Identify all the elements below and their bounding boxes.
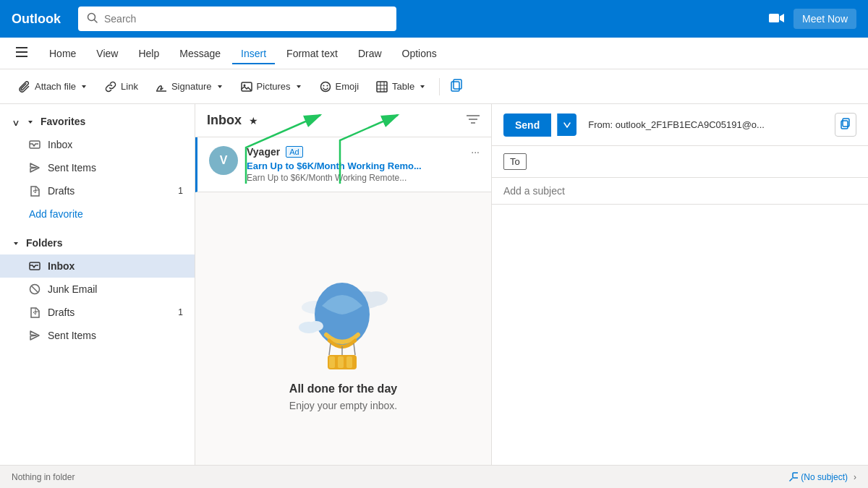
to-input[interactable]	[535, 156, 856, 168]
svg-rect-34	[329, 356, 335, 368]
toolbar-separator	[439, 78, 440, 95]
compose-body[interactable]	[492, 205, 868, 488]
email-list-pane: Inbox ★ V Vyager Ad ··· Earn	[195, 104, 492, 488]
video-icon	[769, 12, 785, 26]
email-sender-row: Vyager Ad ···	[247, 146, 480, 158]
menu-help[interactable]: Help	[129, 43, 168, 64]
sidebar-folders-drafts[interactable]: Drafts 1	[0, 301, 195, 324]
menu-draw[interactable]: Draw	[349, 43, 391, 64]
svg-rect-36	[346, 356, 352, 368]
sidebar-inbox[interactable]: Inbox	[0, 133, 195, 156]
topbar-right: Meet Now	[769, 9, 856, 29]
email-content: Vyager Ad ··· Earn Up to $6K/Month Worki…	[247, 146, 480, 183]
hamburger-button[interactable]	[12, 43, 32, 64]
pictures-button[interactable]: Pictures	[234, 77, 310, 97]
table-button[interactable]: Table	[369, 77, 433, 97]
svg-line-32	[354, 343, 355, 355]
star-icon[interactable]: ★	[249, 115, 258, 127]
svg-rect-4	[16, 51, 27, 53]
send-button[interactable]: Send	[503, 114, 551, 137]
svg-line-30	[329, 343, 331, 355]
svg-point-8	[243, 84, 245, 86]
empty-inbox: All done for the day Enjoy your empty in…	[195, 192, 491, 488]
sidebar-junk-email[interactable]: Junk Email	[0, 278, 195, 301]
svg-point-27	[365, 291, 388, 306]
svg-line-1	[95, 20, 98, 22]
menubar: Home View Help Message Insert Format tex…	[0, 38, 868, 69]
compose-copy-button[interactable]	[835, 113, 856, 137]
menu-view[interactable]: View	[88, 43, 127, 64]
main-content: Favorites Inbox Sent Items Drafts 1 Add …	[0, 104, 868, 488]
menu-options[interactable]: Options	[393, 43, 446, 64]
drafts-badge: 1	[178, 186, 183, 196]
menu-message[interactable]: Message	[171, 43, 229, 64]
svg-rect-2	[769, 14, 779, 22]
app-logo: Outlook	[12, 12, 61, 27]
menu-format-text[interactable]: Format text	[278, 43, 346, 64]
no-subject-status[interactable]: (No subject) ›	[788, 472, 856, 482]
topbar: Outlook Meet Now	[0, 0, 868, 38]
subject-input[interactable]	[503, 185, 856, 197]
email-preview: Earn Up to $6K/Month Working Remote...	[247, 173, 480, 183]
email-more-options[interactable]: ···	[471, 146, 480, 158]
folders-drafts-badge: 1	[178, 307, 183, 317]
svg-rect-3	[16, 47, 27, 48]
send-dropdown-button[interactable]	[557, 114, 576, 136]
inbox-title: Inbox	[207, 113, 242, 128]
toolbar: Attach file Link Signature Pictures	[0, 69, 868, 104]
svg-rect-17	[454, 80, 461, 89]
emoji-button[interactable]: Emoji	[312, 77, 367, 97]
folders-section[interactable]: Folders	[0, 231, 195, 254]
email-item[interactable]: V Vyager Ad ··· Earn Up to $6K/Month Wor…	[195, 137, 491, 192]
compose-pane: Send From: outlook_2F1FB1ECA9C05191@o...…	[492, 104, 868, 488]
status-chevron-icon: ›	[854, 472, 856, 482]
sidebar-drafts[interactable]: Drafts 1	[0, 179, 195, 202]
svg-point-11	[326, 85, 328, 86]
empty-title: All done for the day	[289, 382, 397, 395]
compose-subject-row[interactable]	[492, 178, 868, 205]
sidebar: Favorites Inbox Sent Items Drafts 1 Add …	[0, 104, 195, 488]
email-list-header: Inbox ★	[195, 104, 491, 137]
sidebar-sent-items[interactable]: Sent Items	[0, 156, 195, 179]
search-icon	[87, 12, 98, 26]
status-bar: Nothing in folder (No subject) ›	[0, 465, 868, 488]
email-sender: Vyager	[247, 146, 280, 158]
nothing-in-folder-text: Nothing in folder	[12, 472, 75, 482]
email-subject: Earn Up to $6K/Month Working Remo...	[247, 160, 480, 171]
svg-point-10	[323, 85, 324, 86]
signature-button[interactable]: Signature	[148, 77, 231, 97]
svg-rect-35	[338, 356, 344, 368]
menu-insert[interactable]: Insert	[232, 43, 275, 64]
compose-to-row: To	[492, 146, 868, 178]
svg-rect-5	[16, 56, 27, 57]
from-address: From: outlook_2F1FB1ECA9C05191@o...	[588, 119, 765, 130]
sidebar-folders-sent[interactable]: Sent Items	[0, 324, 195, 347]
empty-subtitle: Enjoy your empty inbox.	[289, 400, 397, 411]
balloon-illustration	[293, 270, 394, 371]
attach-file-button[interactable]: Attach file	[12, 77, 95, 97]
to-label: To	[503, 153, 527, 170]
search-input[interactable]	[104, 13, 388, 25]
meet-now-button[interactable]: Meet Now	[793, 9, 856, 29]
filter-icon[interactable]	[467, 114, 480, 127]
favorites-section[interactable]: Favorites	[0, 110, 195, 133]
sidebar-folders-inbox[interactable]: Inbox	[0, 254, 195, 278]
add-favorite-link[interactable]: Add favorite	[0, 202, 195, 226]
ad-badge: Ad	[286, 146, 302, 158]
svg-point-38	[309, 321, 323, 331]
compose-header: Send From: outlook_2F1FB1ECA9C05191@o...	[492, 104, 868, 146]
copy-button[interactable]	[446, 74, 467, 98]
menu-home[interactable]: Home	[41, 43, 85, 64]
link-button[interactable]: Link	[98, 77, 145, 97]
svg-rect-42	[793, 473, 798, 478]
svg-rect-18	[451, 82, 459, 91]
svg-line-22	[32, 286, 38, 292]
svg-rect-12	[377, 82, 387, 92]
avatar: V	[209, 146, 238, 175]
search-bar[interactable]	[78, 7, 396, 31]
